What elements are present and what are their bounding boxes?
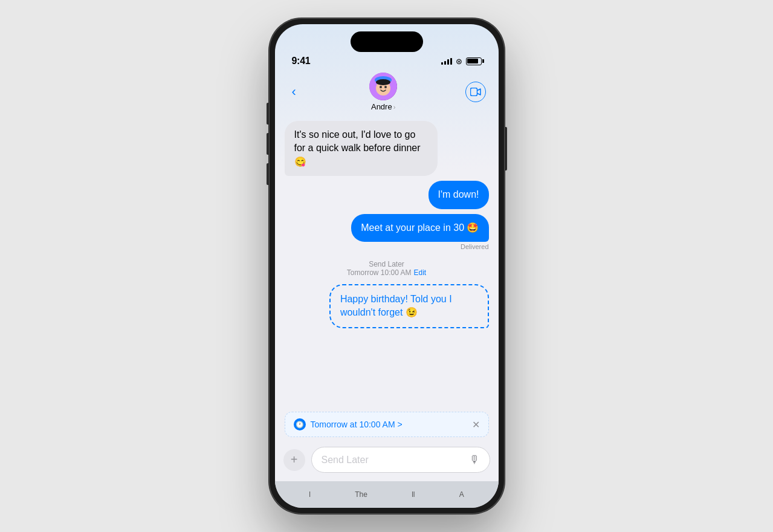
delivered-status: Delivered <box>461 243 488 250</box>
contact-name-label: Andre › <box>371 102 395 111</box>
signal-bar-1 <box>441 62 443 65</box>
svg-point-6 <box>376 79 390 85</box>
signal-bar-4 <box>450 58 452 65</box>
status-time: 9:41 <box>292 56 311 66</box>
phone-screen: 9:41 ⊛ ‹ <box>275 24 499 508</box>
scheduled-message-bubble: Happy birthday! Told you I wouldn't forg… <box>329 284 489 328</box>
nav-header: ‹ <box>275 69 499 114</box>
signal-bar-3 <box>447 59 449 65</box>
add-button[interactable]: + <box>283 449 305 471</box>
wifi-icon: ⊛ <box>456 57 462 66</box>
send-later-time: Tomorrow 10:00 AM <box>347 268 412 277</box>
send-later-time-row: Tomorrow 10:00 AM Edit <box>285 268 489 277</box>
back-button[interactable]: ‹ <box>287 82 301 102</box>
avatar <box>369 73 397 100</box>
bubble-body-outgoing-1: I'm down! <box>429 181 489 209</box>
phone-device: 9:41 ⊛ ‹ <box>269 18 505 514</box>
bubble-body-incoming-1: It's so nice out, I'd love to go for a q… <box>285 121 438 176</box>
kb-key-4[interactable]: A <box>459 490 464 499</box>
video-camera-icon <box>470 88 481 96</box>
input-bar: + Send Later 🎙 <box>275 442 499 481</box>
svg-point-4 <box>380 86 382 88</box>
message-input-wrap[interactable]: Send Later 🎙 <box>311 447 490 473</box>
clock-icon: 🕐 <box>294 418 306 430</box>
signal-bars-icon <box>441 57 452 65</box>
close-schedule-button[interactable]: ✕ <box>472 419 480 430</box>
battery-fill <box>467 59 478 63</box>
kb-key-3[interactable]: ll <box>412 490 415 499</box>
battery-icon <box>466 57 482 65</box>
video-call-button[interactable] <box>465 82 486 102</box>
svg-point-5 <box>384 86 387 88</box>
send-later-label: Send Later Tomorrow 10:00 AM Edit <box>285 260 489 277</box>
signal-bar-2 <box>444 61 446 65</box>
message-incoming-1: It's so nice out, I'd love to go for a q… <box>285 121 438 176</box>
mic-icon[interactable]: 🎙 <box>469 453 480 466</box>
send-later-title: Send Later <box>285 260 489 268</box>
status-icons: ⊛ <box>441 57 482 66</box>
kb-key-2[interactable]: The <box>355 490 367 499</box>
message-outgoing-group: I'm down! Meet at your place in 30 🤩 Del… <box>351 181 488 250</box>
schedule-banner-left: 🕐 Tomorrow at 10:00 AM > <box>294 418 403 430</box>
status-bar: 9:41 ⊛ <box>275 52 499 69</box>
bubble-body-outgoing-2: Meet at your place in 30 🤩 <box>351 214 488 242</box>
send-later-edit-button[interactable]: Edit <box>414 268 427 277</box>
chevron-icon: › <box>393 103 396 111</box>
kb-key-1[interactable]: l <box>309 490 311 499</box>
dynamic-island <box>351 31 423 52</box>
contact-profile[interactable]: Andre › <box>369 73 397 111</box>
schedule-time-banner[interactable]: 🕐 Tomorrow at 10:00 AM > ✕ <box>285 412 489 437</box>
keyboard-suggestion-bar: l The ll A <box>275 481 499 508</box>
svg-rect-7 <box>471 88 477 96</box>
schedule-banner-time[interactable]: Tomorrow at 10:00 AM > <box>311 420 403 429</box>
input-placeholder[interactable]: Send Later <box>322 455 369 465</box>
messages-area: It's so nice out, I'd love to go for a q… <box>275 114 499 407</box>
